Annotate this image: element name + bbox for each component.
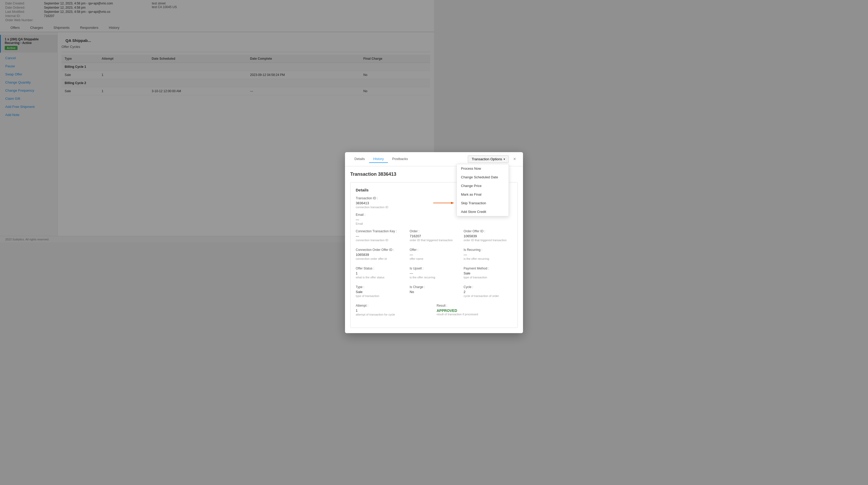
modal-body: Transaction 3836413 Details Transaction … xyxy=(345,166,434,243)
details-card: Details Transaction ID : 3836413 connect… xyxy=(350,182,434,243)
modal-tabs: Details History Postbacks xyxy=(350,155,412,163)
modal-tab-details[interactable]: Details xyxy=(350,155,369,163)
modal: Details History Postbacks Transaction Op… xyxy=(345,152,434,243)
transaction-id-label: Transaction ID : xyxy=(356,196,434,200)
email-field: Email : --- Email xyxy=(356,213,434,225)
transaction-id-value: 3836413 xyxy=(356,201,434,205)
modal-title: Transaction 3836413 xyxy=(350,172,434,177)
arrow-svg xyxy=(433,201,434,205)
order-label: Order : xyxy=(410,230,434,233)
email-value: --- xyxy=(356,218,434,221)
order-hint: order ID that triggered transaction xyxy=(410,239,434,242)
modal-tab-history[interactable]: History xyxy=(369,155,388,163)
modal-overlay[interactable]: Details History Postbacks Transaction Op… xyxy=(0,0,434,243)
order-value: 716207 xyxy=(410,234,434,238)
background-page: Date Created: September 12, 2023, 4:58 p… xyxy=(0,0,434,243)
skip-transaction-arrow xyxy=(433,201,434,205)
connection-tx-key-value: --- xyxy=(356,234,404,238)
modal-header: Details History Postbacks Transaction Op… xyxy=(345,152,434,166)
modal-tab-postbacks[interactable]: Postbacks xyxy=(388,155,412,163)
transaction-id-field: Transaction ID : 3836413 connection tran… xyxy=(356,196,434,209)
connection-tx-key-hint: connection transaction ID xyxy=(356,239,404,242)
connection-tx-key-field: Connection Transaction Key : --- connect… xyxy=(356,230,404,242)
email-label: Email : xyxy=(356,213,434,217)
order-field: Order : 716207 order ID that triggered t… xyxy=(410,230,434,242)
connection-tx-key-label: Connection Transaction Key : xyxy=(356,230,404,233)
details-section-title: Details xyxy=(356,188,434,192)
detail-row-1: Connection Transaction Key : --- connect… xyxy=(356,230,434,243)
email-hint: Email xyxy=(356,222,434,225)
transaction-id-hint: connection transaction ID xyxy=(356,206,434,209)
